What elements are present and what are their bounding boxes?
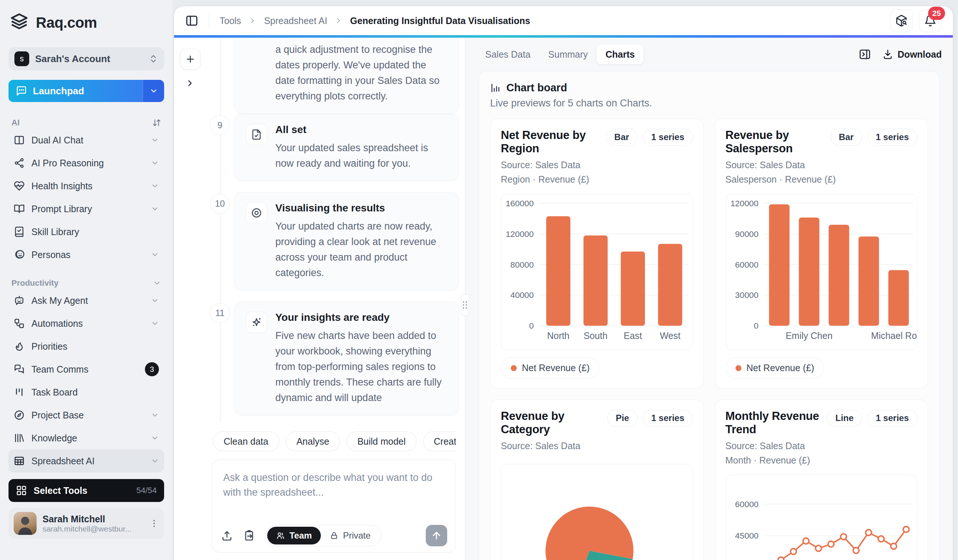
sidebar-item-skill-library[interactable]: Skill Library bbox=[8, 220, 164, 243]
chart-type-badge: Bar bbox=[831, 128, 862, 146]
sidebar-item-health-insights[interactable]: Health Insights bbox=[8, 175, 164, 197]
sidebar-item-automations[interactable]: Automations bbox=[8, 312, 164, 335]
sidebar-item-dual-ai-chat[interactable]: Dual AI Chat bbox=[8, 128, 164, 152]
panel-divider bbox=[465, 38, 465, 560]
chart-legend: Net Revenue (£) bbox=[501, 357, 600, 379]
sidebar-item-project-base[interactable]: Project Base bbox=[8, 404, 164, 427]
sidebar-item-priorities[interactable]: Priorities bbox=[8, 335, 164, 358]
build-model-button[interactable]: Build model bbox=[347, 432, 417, 451]
target-eye-icon bbox=[246, 202, 267, 224]
launchpad-dropdown[interactable] bbox=[143, 80, 164, 102]
sidebar-item-task-board[interactable]: Task Board bbox=[8, 381, 164, 404]
legend-dot bbox=[511, 365, 517, 371]
svg-text:North: North bbox=[547, 331, 569, 341]
chevron-down-icon bbox=[151, 205, 159, 213]
create-dashboard-button[interactable]: Create dashboard bbox=[423, 432, 456, 451]
chart-axes-label: Month · Revenue (£) bbox=[725, 455, 918, 466]
account-switcher[interactable]: s Sarah's Account bbox=[8, 47, 164, 70]
private-toggle[interactable]: Private bbox=[321, 527, 379, 544]
sidebar-item-personas[interactable]: Personas bbox=[8, 243, 164, 266]
sidebar-item-ai-pro-reasoning[interactable]: AI Pro Reasoning bbox=[8, 152, 164, 175]
svg-text:Michael Ross: Michael Ross bbox=[871, 331, 917, 341]
expand-rail-button[interactable] bbox=[185, 78, 195, 88]
svg-text:30000: 30000 bbox=[735, 290, 758, 300]
svg-text:0: 0 bbox=[753, 321, 758, 330]
input-placeholder: Ask a question or describe what you want… bbox=[223, 470, 444, 500]
team-toggle[interactable]: Team bbox=[267, 527, 321, 544]
sparkles-icon bbox=[246, 312, 267, 333]
panel-right-toggle[interactable] bbox=[858, 48, 871, 60]
chevron-down-icon[interactable] bbox=[153, 279, 161, 287]
download-button[interactable]: Download bbox=[882, 49, 942, 60]
grid-icon bbox=[16, 485, 27, 496]
timeline-step: 10 Visualising the results Your updated … bbox=[210, 192, 459, 290]
sidebar-item-team-comms[interactable]: Team Comms 3 bbox=[8, 358, 164, 381]
chat-input[interactable]: Ask a question or describe what you want… bbox=[212, 460, 456, 553]
sort-arrows-icon[interactable] bbox=[152, 118, 161, 127]
unread-count-badge: 3 bbox=[145, 362, 159, 376]
heart-pulse-icon bbox=[14, 180, 25, 192]
sidebar-item-prompt-library[interactable]: Prompt Library bbox=[8, 197, 164, 220]
chat-timeline[interactable]: a quick adjustment to recognise the date… bbox=[210, 38, 459, 422]
breadcrumb-spreadsheet-ai[interactable]: Spreadsheet AI bbox=[264, 16, 327, 26]
board-subtitle: Live previews for 5 charts on Charts. bbox=[490, 98, 928, 109]
tools-count: 54/54 bbox=[136, 486, 157, 495]
send-button[interactable] bbox=[426, 525, 447, 546]
step-card-insights: Your insights are ready Five new charts … bbox=[234, 301, 459, 416]
suggestion-chips: Clean data Analyse Build model Create da… bbox=[213, 432, 456, 451]
section-header-productivity: Productivity bbox=[8, 277, 164, 289]
sidebar-item-knowledge[interactable]: Knowledge bbox=[8, 427, 164, 449]
tab-sales-data[interactable]: Sales Data bbox=[476, 45, 539, 64]
select-tools-label: Select Tools bbox=[33, 485, 130, 496]
kebab-menu-icon[interactable] bbox=[149, 519, 159, 528]
svg-text:West: West bbox=[660, 331, 680, 341]
chart-title: Monthly Revenue Trend bbox=[725, 409, 827, 436]
package-search-button[interactable] bbox=[890, 9, 913, 32]
resize-grip[interactable] bbox=[461, 294, 469, 316]
chat-message-partial: a quick adjustment to recognise the date… bbox=[234, 38, 459, 114]
account-label: Sarah's Account bbox=[35, 53, 143, 65]
step-title: All set bbox=[275, 124, 447, 136]
chevron-down-icon bbox=[151, 319, 159, 327]
analyse-button[interactable]: Analyse bbox=[286, 432, 340, 451]
svg-text:160000: 160000 bbox=[506, 198, 534, 208]
chart-source: Source: Sales Data bbox=[501, 441, 693, 451]
clipboard-export-button[interactable] bbox=[243, 530, 255, 541]
sidebar-item-spreadsheet-ai[interactable]: Spreadsheet AI bbox=[8, 449, 164, 473]
account-avatar: s bbox=[14, 51, 29, 66]
messages-icon bbox=[14, 364, 25, 375]
breadcrumb-tools[interactable]: Tools bbox=[220, 16, 241, 26]
avatar bbox=[14, 512, 36, 535]
upload-button[interactable] bbox=[221, 530, 233, 541]
network-icon bbox=[14, 157, 25, 168]
chevron-down-icon bbox=[151, 411, 159, 419]
launchpad-button[interactable]: Launchpad bbox=[8, 80, 164, 102]
chart-plot: 1200009000060000300000Emily ChenMichael … bbox=[725, 194, 918, 350]
notification-count-badge: 25 bbox=[928, 7, 945, 20]
clean-data-button[interactable]: Clean data bbox=[213, 432, 279, 451]
tab-summary[interactable]: Summary bbox=[539, 45, 596, 64]
sidebar-item-ask-my-agent[interactable]: Ask My Agent bbox=[8, 289, 164, 312]
message-square-more-icon bbox=[16, 86, 27, 97]
chevron-down-icon bbox=[151, 457, 159, 465]
user-profile[interactable]: Sarah Mitchell sarah.mitchell@westbur... bbox=[8, 508, 164, 539]
chart-source: Source: Sales Data bbox=[725, 441, 918, 451]
breadcrumb: Tools Spreadsheet AI Generating Insightf… bbox=[220, 16, 890, 26]
svg-text:60000: 60000 bbox=[735, 500, 758, 509]
chart-title: Revenue by Category bbox=[501, 409, 607, 436]
step-body: Your updated charts are now ready, provi… bbox=[275, 219, 447, 281]
chart-source: Source: Sales Data bbox=[501, 160, 693, 170]
tab-charts[interactable]: Charts bbox=[596, 45, 644, 64]
panel-left-toggle[interactable] bbox=[185, 14, 198, 27]
svg-text:0: 0 bbox=[529, 321, 534, 330]
notifications-button[interactable]: 25 bbox=[919, 9, 942, 32]
select-tools-button[interactable]: Select Tools 54/54 bbox=[8, 479, 164, 502]
chart-card-revenue-by-salesperson: Revenue by Salesperson Bar 1 series Sour… bbox=[715, 119, 928, 389]
new-chat-button[interactable] bbox=[180, 49, 201, 70]
legend-dot bbox=[736, 365, 741, 371]
chart-title: Net Revenue by Region bbox=[501, 128, 606, 155]
chevron-down-icon bbox=[151, 159, 159, 167]
chart-card-net-revenue-by-region: Net Revenue by Region Bar 1 series Sourc… bbox=[490, 119, 704, 389]
step-number: 10 bbox=[210, 194, 230, 214]
bar-chart-icon bbox=[490, 82, 501, 94]
